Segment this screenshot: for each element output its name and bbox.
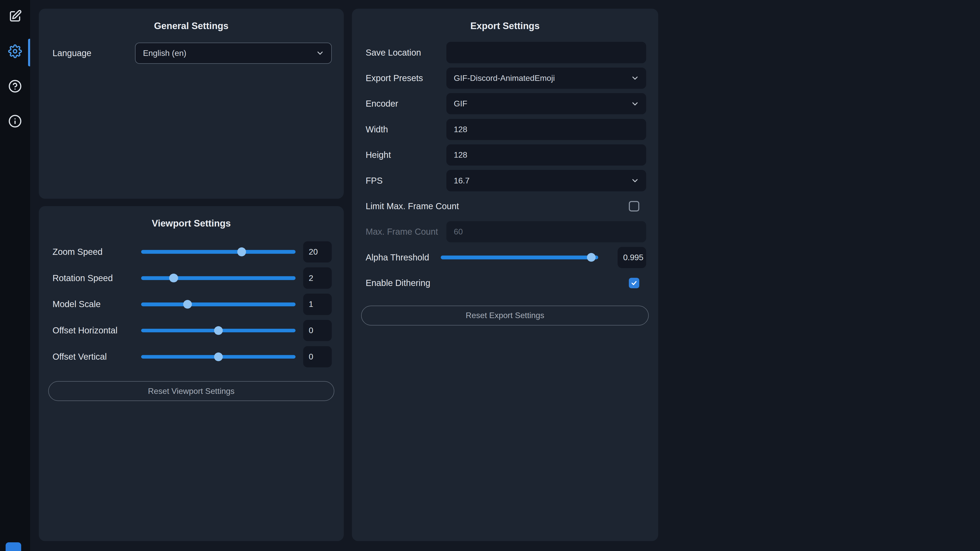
app-window: General Settings Language English (en) V… [0,0,980,551]
limit-max-frame-count-checkbox[interactable] [629,201,640,212]
limit-max-frame-count-label: Limit Max. Frame Count [366,201,459,211]
alpha-threshold-label: Alpha Threshold [366,252,429,262]
fps-row: FPS 16.7 [366,170,646,191]
enable-dithering-label: Enable Dithering [366,278,430,288]
left-column: General Settings Language English (en) V… [39,9,344,541]
chevron-down-icon [631,176,639,185]
encoder-value: GIF [454,99,467,108]
slider-track [141,276,296,280]
rotation-speed-value[interactable]: 2 [303,267,332,289]
reset-export-settings-button[interactable]: Reset Export Settings [361,306,649,326]
enable-dithering-row: Enable Dithering [366,272,646,294]
offset-vertical-value-text: 0 [309,352,313,362]
language-select[interactable]: English (en) [135,43,332,64]
language-select-value: English (en) [143,48,186,58]
chevron-down-icon [631,74,639,83]
viewport-settings-title: Viewport Settings [48,214,334,229]
offset-vertical-row: Offset Vertical 0 [52,346,332,367]
enable-dithering-checkbox[interactable] [629,278,640,289]
encoder-label: Encoder [366,99,398,109]
model-scale-row: Model Scale 1 [52,294,332,315]
active-tab-indicator [28,39,30,66]
help-icon[interactable] [7,79,22,94]
slider-thumb[interactable] [169,274,178,283]
save-location-label: Save Location [366,48,421,58]
fps-label: FPS [366,176,383,186]
max-frame-count-row: Max. Frame Count [366,221,646,242]
export-presets-value: GIF-Discord-AnimatedEmoji [454,73,555,83]
slider-track [141,303,296,306]
chevron-down-icon [316,49,325,57]
export-settings-panel: Export Settings Save Location Export Pre… [352,9,658,541]
general-settings-title: General Settings [48,16,334,32]
export-presets-label: Export Presets [366,73,423,83]
rotation-speed-label: Rotation Speed [52,273,142,283]
model-scale-label: Model Scale [52,299,142,309]
slider-thumb[interactable] [214,326,223,335]
viewport-settings-panel: Viewport Settings Zoom Speed 20 Rotation… [39,206,344,541]
export-presets-select[interactable]: GIF-Discord-AnimatedEmoji [446,68,646,89]
height-row: Height [366,144,646,165]
sidebar [0,0,30,551]
offset-horizontal-value[interactable]: 0 [303,320,332,341]
language-label: Language [52,48,91,58]
export-presets-row: Export Presets GIF-Discord-AnimatedEmoji [366,68,646,89]
model-scale-value[interactable]: 1 [303,294,332,315]
save-location-input[interactable] [446,42,646,63]
slider-thumb[interactable] [587,253,596,262]
width-label: Width [366,124,388,135]
zoom-speed-label: Zoom Speed [52,247,142,257]
zoom-speed-value[interactable]: 20 [303,241,332,262]
zoom-speed-slider[interactable] [141,241,296,262]
slider-track [441,256,598,259]
offset-vertical-label: Offset Vertical [52,352,142,362]
alpha-threshold-row: Alpha Threshold 0.995 [366,247,646,268]
save-location-row: Save Location [366,42,646,63]
slider-track [141,250,296,254]
fps-select[interactable]: 16.7 [446,170,646,191]
main-content: General Settings Language English (en) V… [30,0,980,551]
info-icon[interactable] [7,114,22,129]
rotation-speed-row: Rotation Speed 2 [52,267,332,289]
offset-horizontal-slider[interactable] [141,320,296,341]
width-input[interactable] [446,119,646,140]
height-label: Height [366,150,391,160]
width-row: Width [366,119,646,140]
language-row: Language English (en) [52,43,332,64]
rotation-speed-slider[interactable] [141,267,296,289]
general-settings-panel: General Settings Language English (en) [39,9,344,198]
settings-gear-icon[interactable] [7,44,22,59]
offset-horizontal-label: Offset Horizontal [52,326,142,335]
offset-horizontal-value-text: 0 [309,326,313,335]
model-scale-slider[interactable] [141,294,296,315]
chevron-down-icon [631,100,639,108]
encoder-row: Encoder GIF [366,93,646,114]
slider-thumb[interactable] [214,352,223,361]
alpha-threshold-slider[interactable] [441,247,598,268]
slider-thumb[interactable] [183,300,192,309]
limit-max-frame-count-row: Limit Max. Frame Count [366,196,646,217]
edit-icon[interactable] [7,9,22,24]
fps-value: 16.7 [454,176,469,186]
zoom-speed-row: Zoom Speed 20 [52,241,332,262]
rotation-speed-value-text: 2 [309,273,313,283]
offset-vertical-slider[interactable] [141,346,296,367]
encoder-select[interactable]: GIF [446,93,646,114]
offset-vertical-value[interactable]: 0 [303,346,332,367]
model-scale-value-text: 1 [309,300,313,309]
max-frame-count-label: Max. Frame Count [366,227,438,237]
zoom-speed-value-text: 20 [309,247,318,257]
bottom-blue-indicator [6,542,21,551]
max-frame-count-input[interactable] [446,221,646,242]
export-settings-title: Export Settings [361,16,649,32]
alpha-threshold-value-text: 0.995 [623,253,644,262]
slider-thumb[interactable] [237,248,246,256]
alpha-threshold-value[interactable]: 0.995 [617,247,646,268]
offset-horizontal-row: Offset Horizontal 0 [52,320,332,341]
height-input[interactable] [446,144,646,165]
reset-viewport-settings-button[interactable]: Reset Viewport Settings [48,381,334,401]
